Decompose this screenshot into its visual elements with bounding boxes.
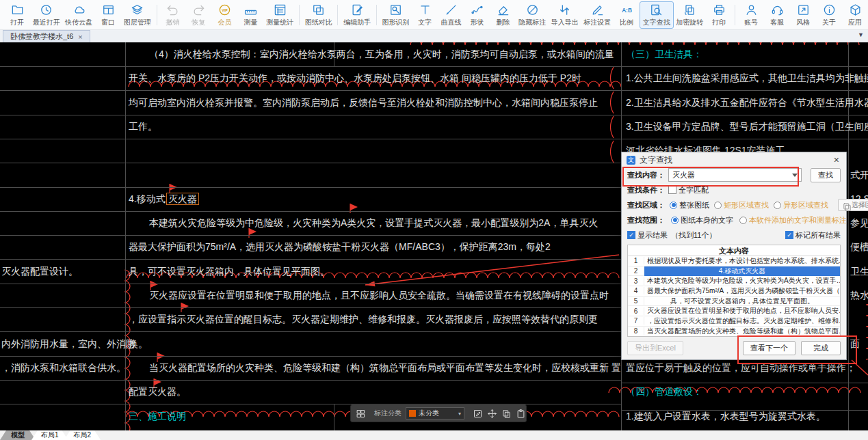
region-option-1[interactable]: 矩形区域查找 xyxy=(714,200,769,210)
region-option-0[interactable]: 整张图纸 xyxy=(670,200,709,210)
toolbar-item-import-export[interactable]: 导入导出 xyxy=(549,1,581,29)
toolbar-item-measure[interactable]: 测量 xyxy=(237,1,263,29)
done-button[interactable]: 完成 xyxy=(801,341,841,355)
scope-option-0[interactable]: 图纸本身的文字 xyxy=(671,215,733,225)
toolbar-item-open-folder[interactable]: 打开 xyxy=(4,1,30,29)
toolbar-item-window[interactable]: 窗口 xyxy=(95,1,121,29)
import-export-icon xyxy=(558,3,571,17)
find-text-icon xyxy=(650,3,663,17)
region-option-2[interactable]: 异形区域查找 xyxy=(774,200,828,210)
toolbar-item-label: 标注设置 xyxy=(583,18,611,27)
toolbar-item-scale[interactable]: A:B比例 xyxy=(614,1,640,29)
recent-clock-icon xyxy=(40,3,53,17)
toolbar-item-cloud-drive[interactable]: 快传云盘 xyxy=(63,1,96,29)
toolbar-item-find-text[interactable]: 文字查找 xyxy=(640,1,674,29)
close-icon[interactable]: × xyxy=(78,33,82,41)
grid-icon[interactable] xyxy=(356,408,366,419)
toolbar-item-text[interactable]: 文字 xyxy=(412,1,438,29)
edit-icon[interactable] xyxy=(473,408,483,419)
main-toolbar: 打开最近打开快传云盘窗口图层管理撤销恢复VIP会员测量测量统计图纸对比编辑助手图… xyxy=(0,0,868,30)
result-row-number: 5 xyxy=(628,297,644,305)
result-row[interactable]: 8当灭火器配置场所的火灾种类、危险等级和建（构）筑物总平面… xyxy=(628,327,840,337)
close-icon[interactable]: × xyxy=(832,154,841,165)
toolbar-item-style[interactable]: 风格 xyxy=(790,1,816,29)
application-window: 打开最近打开快传云盘窗口图层管理撤销恢复VIP会员测量测量统计图纸对比编辑助手图… xyxy=(0,0,868,440)
toolbar-item-account[interactable]: 账号 xyxy=(738,1,764,29)
cad-text-line: ，应设置指示灭火器位置的醒目标志。灭火器定期维护、维修和报废。灭火器报废后，应按… xyxy=(129,312,598,326)
toolbar-item-redo[interactable]: 恢复 xyxy=(185,1,211,29)
toolbar-item-label: 文字查找 xyxy=(643,18,670,27)
region-option-label: 整张图纸 xyxy=(679,200,709,210)
cad-text-line: 当灭火器配置场所的火灾种类、危险等级和建（构）筑物总平面布局或平面布置等发生变化… xyxy=(149,361,621,374)
view-next-button[interactable]: 查看下一个 xyxy=(743,341,795,355)
cad-text-fragment-left: 内外消防用水量，室内、外消防 xyxy=(1,337,135,350)
result-row-text: 本建筑火灾危险等级为中危险级，火灾种类为A类火灾，设置手… xyxy=(644,276,840,286)
toolbar-item-label: 导入导出 xyxy=(551,18,579,27)
toolbar-item-label: 图形识别 xyxy=(382,18,410,27)
result-row-text: ，应设置指示灭火器位置的醒目标志。灭火器定期维护、维修和… xyxy=(644,316,840,326)
copy-icon[interactable] xyxy=(501,408,512,419)
cad-text-line-right: 置应位于易于触及的位置，应可自动操作或单手操作； xyxy=(626,361,856,374)
toolbar-item-annotation-settings[interactable]: 标注设置 xyxy=(581,1,614,29)
find-content-combobox[interactable]: 灭火器 xyxy=(668,168,802,182)
toolbar-item-about[interactable]: 关于 xyxy=(816,1,842,29)
toolbar-item-undo[interactable]: 撤销 xyxy=(159,1,185,29)
result-row[interactable]: 1根据现状及甲方委托要求，本设计包括室内给水系统、排水系统… xyxy=(628,256,840,266)
toolbar-item-shape[interactable]: 形状 xyxy=(464,1,490,29)
result-row[interactable]: 4器最大保护面积为75m²/A，选用灭火器为磷酸铵盐干粉灭火器（… xyxy=(628,286,840,297)
drawing-grid-line xyxy=(0,356,621,357)
mark-all-label: 标记所有结果 xyxy=(795,230,841,240)
cad-text-line-right: 1.建筑入户设置水表，水表型号为旋翼式水表。 xyxy=(626,409,826,423)
result-row[interactable]: 5具，可不设置灭火器箱内，具体位置见平面图。 xyxy=(628,297,840,307)
whole-word-checkbox[interactable]: 全字匹配 xyxy=(668,185,709,195)
dialog-titlebar[interactable]: 文 文字查找 × xyxy=(622,152,846,167)
move-icon[interactable] xyxy=(487,408,497,419)
cad-text-fragment-right: 热水 xyxy=(850,288,868,302)
collapse-toolbar-icon[interactable]: ▼ xyxy=(858,31,864,38)
find-highlight-box: 灭火器 xyxy=(166,193,199,205)
toolbar-item-vip[interactable]: VIP会员 xyxy=(211,1,237,29)
drawing-grid-line xyxy=(0,139,621,139)
toolbar-divider xyxy=(735,5,735,25)
toolbar-item-layers[interactable]: 图层管理 xyxy=(121,1,154,29)
result-row[interactable]: 3本建筑火灾危险等级为中危险级，火灾种类为A类火灾，设置手… xyxy=(628,276,840,286)
cad-text-line: 器最大保护面积为75m²/A，选用灭火器为磷酸铵盐干粉灭火器（MF/ABC3），… xyxy=(129,240,551,253)
cad-text-line: 工作。 xyxy=(129,120,157,133)
toolbar-item-apps[interactable]: 应用 xyxy=(842,1,868,29)
layout-tab-布局1[interactable]: 布局1 xyxy=(31,430,68,440)
toolbar-item-printer[interactable]: 打印 xyxy=(706,1,732,29)
toolbar-item-rotate-pages[interactable]: 加密旋转 xyxy=(674,1,707,29)
find-content-value: 灭火器 xyxy=(672,170,792,180)
result-row[interactable]: 6灭火器应设置在位置明显和便于取用的地点，且不应影响人员安… xyxy=(628,306,840,316)
toolbar-item-eraser[interactable]: 删除 xyxy=(490,1,516,29)
document-tab[interactable]: 卧佛堂教学楼水_t6 × xyxy=(3,30,90,42)
toolbar-item-support[interactable]: 客服 xyxy=(764,1,790,29)
result-row[interactable]: 24.移动式灭火器 xyxy=(628,266,840,277)
drawing-grid-line xyxy=(621,90,868,91)
show-results-checkbox[interactable]: ✓ 显示结果 xyxy=(627,230,668,240)
toolbar-item-hide-annotations[interactable]: 隐藏标注 xyxy=(516,1,549,29)
toolbar-item-label: 打印 xyxy=(712,18,726,27)
toolbar-item-compare[interactable]: 图纸对比 xyxy=(302,1,335,29)
layout-tab-模型[interactable]: 模型 xyxy=(0,430,36,440)
toolbar-item-recent-clock[interactable]: 最近打开 xyxy=(30,1,63,29)
paste-icon[interactable] xyxy=(516,408,526,419)
style-icon xyxy=(797,3,810,17)
toolbar-item-edit-assistant[interactable]: 编辑助手 xyxy=(341,1,373,29)
layout-tab-布局2[interactable]: 布局2 xyxy=(64,430,101,440)
region-option-label: 矩形区域查找 xyxy=(724,200,769,210)
category-dropdown[interactable]: 未分类 ▾ xyxy=(406,407,464,420)
export-excel-button[interactable]: 导出到Excel xyxy=(627,341,683,355)
toolbar-item-line[interactable]: 曲直线 xyxy=(438,1,464,29)
select-region-button[interactable]: 选择区域 xyxy=(838,199,868,211)
drawing-grid-line xyxy=(621,383,868,383)
toolbar-item-shape-recognize[interactable]: 图形识别 xyxy=(380,1,412,29)
result-row[interactable]: 7，应设置指示灭火器位置的醒目标志。灭火器定期维护、维修和… xyxy=(628,316,840,327)
result-row-text: 4.移动式灭火器 xyxy=(644,266,840,276)
mark-all-checkbox[interactable]: ✓ 标记所有结果 xyxy=(785,230,841,240)
toolbar-item-measure-stats[interactable]: 测量统计 xyxy=(263,1,296,29)
find-button[interactable]: 查找 xyxy=(811,168,841,182)
result-row-text: 当灭火器配置场所的火灾种类、危险等级和建（构）筑物总平面… xyxy=(644,327,840,336)
document-tabbar: 卧佛堂教学楼水_t6 × ▼ xyxy=(0,30,868,42)
scope-option-1[interactable]: 本软件添加的文字和测量标注 xyxy=(739,215,847,225)
